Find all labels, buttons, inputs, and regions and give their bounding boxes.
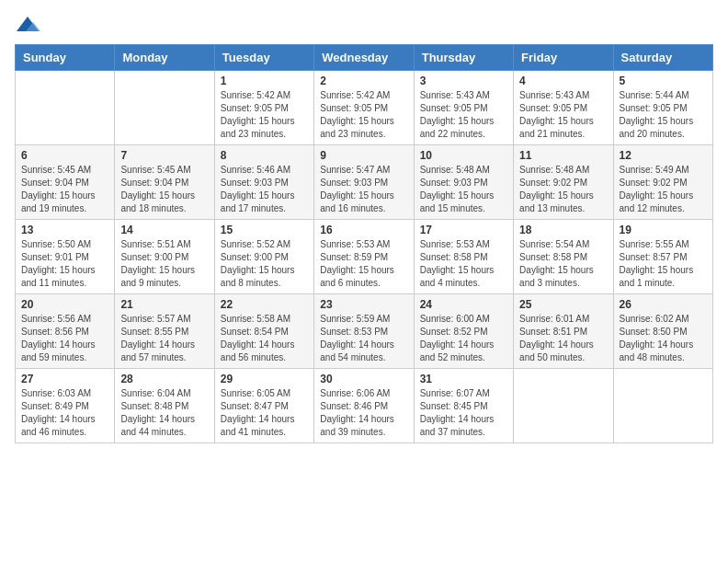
day-number: 18: [519, 224, 607, 236]
day-info: Sunrise: 5:50 AM Sunset: 9:01 PM Dayligh…: [21, 238, 108, 290]
calendar-cell: 12Sunrise: 5:49 AM Sunset: 9:02 PM Dayli…: [613, 145, 712, 220]
day-number: 2: [320, 75, 407, 87]
day-info: Sunrise: 6:02 AM Sunset: 8:50 PM Dayligh…: [620, 313, 707, 364]
day-number: 14: [120, 224, 208, 236]
day-number: 8: [221, 149, 308, 162]
day-info: Sunrise: 6:04 AM Sunset: 8:48 PM Dayligh…: [120, 387, 208, 439]
day-info: Sunrise: 5:58 AM Sunset: 8:54 PM Dayligh…: [221, 313, 308, 364]
day-number: 24: [420, 298, 507, 311]
day-of-week-header: Friday: [514, 45, 613, 71]
logo-icon: [15, 15, 40, 35]
day-number: 10: [420, 149, 507, 162]
calendar-cell: [613, 369, 712, 443]
calendar-cell: 30Sunrise: 6:06 AM Sunset: 8:46 PM Dayli…: [314, 369, 414, 443]
calendar-cell: 8Sunrise: 5:46 AM Sunset: 9:03 PM Daylig…: [214, 145, 313, 220]
day-info: Sunrise: 5:43 AM Sunset: 9:05 PM Dayligh…: [519, 89, 607, 141]
calendar-cell: 20Sunrise: 5:56 AM Sunset: 8:56 PM Dayli…: [16, 294, 115, 369]
day-number: 29: [221, 373, 308, 385]
day-number: 15: [221, 224, 308, 236]
calendar-cell: 7Sunrise: 5:45 AM Sunset: 9:04 PM Daylig…: [115, 145, 214, 220]
day-number: 30: [320, 373, 407, 385]
day-number: 28: [120, 373, 208, 385]
day-info: Sunrise: 6:07 AM Sunset: 8:45 PM Dayligh…: [420, 387, 507, 439]
calendar-cell: 18Sunrise: 5:54 AM Sunset: 8:58 PM Dayli…: [514, 220, 613, 294]
day-info: Sunrise: 5:48 AM Sunset: 9:02 PM Dayligh…: [519, 164, 607, 215]
calendar-table: SundayMondayTuesdayWednesdayThursdayFrid…: [15, 44, 713, 443]
calendar-header-row: SundayMondayTuesdayWednesdayThursdayFrid…: [16, 45, 713, 71]
day-number: 17: [420, 224, 507, 236]
day-info: Sunrise: 5:48 AM Sunset: 9:03 PM Dayligh…: [420, 164, 507, 215]
calendar-cell: 3Sunrise: 5:43 AM Sunset: 9:05 PM Daylig…: [414, 71, 513, 145]
day-number: 13: [21, 224, 108, 236]
calendar-week-row: 1Sunrise: 5:42 AM Sunset: 9:05 PM Daylig…: [16, 71, 713, 145]
day-of-week-header: Tuesday: [214, 45, 313, 71]
calendar-cell: 21Sunrise: 5:57 AM Sunset: 8:55 PM Dayli…: [115, 294, 214, 369]
day-info: Sunrise: 6:03 AM Sunset: 8:49 PM Dayligh…: [21, 387, 108, 439]
day-info: Sunrise: 5:54 AM Sunset: 8:58 PM Dayligh…: [519, 238, 607, 290]
calendar-week-row: 13Sunrise: 5:50 AM Sunset: 9:01 PM Dayli…: [16, 220, 713, 294]
day-info: Sunrise: 5:44 AM Sunset: 9:05 PM Dayligh…: [620, 89, 707, 141]
calendar-cell: 29Sunrise: 6:05 AM Sunset: 8:47 PM Dayli…: [214, 369, 313, 443]
day-info: Sunrise: 5:45 AM Sunset: 9:04 PM Dayligh…: [21, 164, 108, 215]
calendar-week-row: 27Sunrise: 6:03 AM Sunset: 8:49 PM Dayli…: [16, 369, 713, 443]
calendar-week-row: 20Sunrise: 5:56 AM Sunset: 8:56 PM Dayli…: [16, 294, 713, 369]
day-info: Sunrise: 6:05 AM Sunset: 8:47 PM Dayligh…: [221, 387, 308, 439]
calendar-cell: 28Sunrise: 6:04 AM Sunset: 8:48 PM Dayli…: [115, 369, 214, 443]
calendar-cell: 11Sunrise: 5:48 AM Sunset: 9:02 PM Dayli…: [514, 145, 613, 220]
day-of-week-header: Wednesday: [314, 45, 414, 71]
day-info: Sunrise: 5:43 AM Sunset: 9:05 PM Dayligh…: [420, 89, 507, 141]
calendar-cell: [16, 71, 115, 145]
day-number: 16: [320, 224, 407, 236]
day-number: 9: [320, 149, 407, 162]
calendar-cell: 4Sunrise: 5:43 AM Sunset: 9:05 PM Daylig…: [514, 71, 613, 145]
calendar-cell: 5Sunrise: 5:44 AM Sunset: 9:05 PM Daylig…: [613, 71, 712, 145]
day-number: 7: [120, 149, 208, 162]
calendar-cell: 23Sunrise: 5:59 AM Sunset: 8:53 PM Dayli…: [314, 294, 414, 369]
day-info: Sunrise: 5:56 AM Sunset: 8:56 PM Dayligh…: [21, 313, 108, 364]
day-number: 26: [620, 298, 707, 311]
day-number: 27: [21, 373, 108, 385]
calendar-cell: 15Sunrise: 5:52 AM Sunset: 9:00 PM Dayli…: [214, 220, 313, 294]
calendar-cell: 24Sunrise: 6:00 AM Sunset: 8:52 PM Dayli…: [414, 294, 513, 369]
day-number: 19: [620, 224, 707, 236]
day-number: 21: [120, 298, 208, 311]
day-info: Sunrise: 6:01 AM Sunset: 8:51 PM Dayligh…: [519, 313, 607, 364]
day-info: Sunrise: 5:45 AM Sunset: 9:04 PM Dayligh…: [120, 164, 208, 215]
day-number: 11: [519, 149, 607, 162]
day-number: 3: [420, 75, 507, 87]
calendar-cell: 9Sunrise: 5:47 AM Sunset: 9:03 PM Daylig…: [314, 145, 414, 220]
day-info: Sunrise: 5:47 AM Sunset: 9:03 PM Dayligh…: [320, 164, 407, 215]
day-info: Sunrise: 5:53 AM Sunset: 8:59 PM Dayligh…: [320, 238, 407, 290]
day-number: 22: [221, 298, 308, 311]
calendar-cell: 27Sunrise: 6:03 AM Sunset: 8:49 PM Dayli…: [16, 369, 115, 443]
calendar-cell: 25Sunrise: 6:01 AM Sunset: 8:51 PM Dayli…: [514, 294, 613, 369]
day-info: Sunrise: 5:59 AM Sunset: 8:53 PM Dayligh…: [320, 313, 407, 364]
day-of-week-header: Thursday: [414, 45, 513, 71]
calendar-cell: 16Sunrise: 5:53 AM Sunset: 8:59 PM Dayli…: [314, 220, 414, 294]
day-info: Sunrise: 5:53 AM Sunset: 8:58 PM Dayligh…: [420, 238, 507, 290]
calendar-cell: 1Sunrise: 5:42 AM Sunset: 9:05 PM Daylig…: [214, 71, 313, 145]
day-number: 23: [320, 298, 407, 311]
page-header: [15, 15, 713, 35]
day-info: Sunrise: 5:49 AM Sunset: 9:02 PM Dayligh…: [620, 164, 707, 215]
day-info: Sunrise: 6:06 AM Sunset: 8:46 PM Dayligh…: [320, 387, 407, 439]
day-number: 31: [420, 373, 507, 385]
calendar-cell: 19Sunrise: 5:55 AM Sunset: 8:57 PM Dayli…: [613, 220, 712, 294]
day-info: Sunrise: 5:55 AM Sunset: 8:57 PM Dayligh…: [620, 238, 707, 290]
day-number: 4: [519, 75, 607, 87]
day-number: 6: [21, 149, 108, 162]
calendar-cell: 31Sunrise: 6:07 AM Sunset: 8:45 PM Dayli…: [414, 369, 513, 443]
day-info: Sunrise: 5:52 AM Sunset: 9:00 PM Dayligh…: [221, 238, 308, 290]
day-number: 1: [221, 75, 308, 87]
day-of-week-header: Saturday: [613, 45, 712, 71]
calendar-cell: [115, 71, 214, 145]
day-info: Sunrise: 5:42 AM Sunset: 9:05 PM Dayligh…: [221, 89, 308, 141]
day-info: Sunrise: 5:46 AM Sunset: 9:03 PM Dayligh…: [221, 164, 308, 215]
day-number: 20: [21, 298, 108, 311]
day-info: Sunrise: 5:42 AM Sunset: 9:05 PM Dayligh…: [320, 89, 407, 141]
day-of-week-header: Sunday: [16, 45, 115, 71]
day-number: 25: [519, 298, 607, 311]
calendar-cell: 10Sunrise: 5:48 AM Sunset: 9:03 PM Dayli…: [414, 145, 513, 220]
day-info: Sunrise: 6:00 AM Sunset: 8:52 PM Dayligh…: [420, 313, 507, 364]
calendar-cell: 2Sunrise: 5:42 AM Sunset: 9:05 PM Daylig…: [314, 71, 414, 145]
